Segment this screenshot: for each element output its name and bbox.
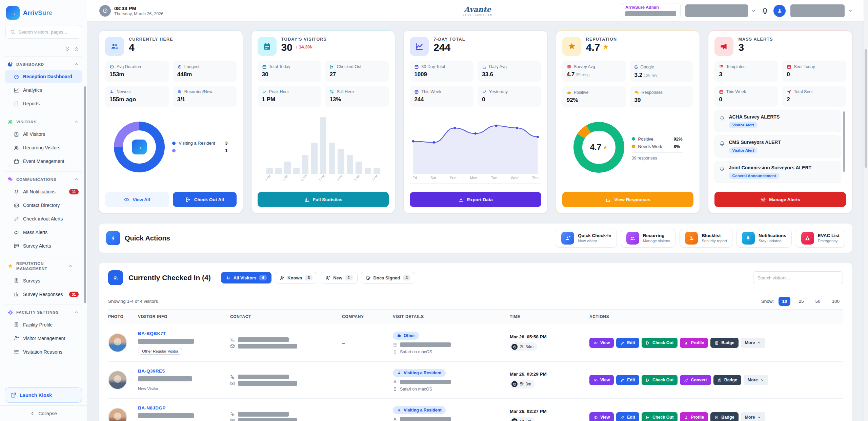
admin-badge[interactable]: ArrivSure Admin xyxy=(621,3,681,18)
id-badge-icon xyxy=(718,378,722,382)
visitor-search-input[interactable] xyxy=(753,271,843,284)
sidebar-item-all-visitors[interactable]: All Visitors xyxy=(5,127,82,141)
sidebar-item-label: Visitor Management xyxy=(23,336,65,341)
launch-kiosk-button[interactable]: Launch Kiosk xyxy=(5,387,82,403)
alert-template-item[interactable]: Joint Commission Surveyors ALERT General… xyxy=(714,161,841,183)
alert-list-scrollbar[interactable] xyxy=(843,111,845,172)
card-title: MASS ALERTS xyxy=(738,37,773,42)
sidebar-scrollbar[interactable] xyxy=(84,86,86,303)
sidebar-item-all-notifications[interactable]: All Notifications 11 xyxy=(5,185,82,198)
sidebar-item-check-in-out-alerts[interactable]: Check-in/out Alerts xyxy=(5,212,82,226)
more-button[interactable]: More xyxy=(744,375,768,385)
tab-docs-signed[interactable]: Docs Signed4 xyxy=(361,272,415,283)
blocklist-button[interactable]: BlocklistSecurity report xyxy=(680,229,732,248)
sidebar-nav: DASHBOARD Reception Dashboard Analytics … xyxy=(0,42,87,385)
calendar-icon xyxy=(258,37,277,56)
evac-list-button[interactable]: EVAC ListEmergency xyxy=(796,229,845,248)
nav-section-header-visitors[interactable]: VISITORS xyxy=(5,118,82,127)
check-out-button[interactable]: Check Out xyxy=(642,412,678,421)
sidebar-item-survey-alerts[interactable]: Survey Alerts xyxy=(5,239,82,253)
page-size-10[interactable]: 10 xyxy=(779,297,790,306)
sidebar-item-facility-profile[interactable]: Facility Profile xyxy=(5,318,82,332)
view-responses-button[interactable]: View Responses xyxy=(562,192,694,207)
alert-template-item[interactable]: CMS Surveyors ALERT Visitor Alert xyxy=(714,135,841,157)
card-value: 3 xyxy=(738,42,773,53)
visitor-id-link[interactable]: BA-N8JDGP xyxy=(138,405,230,411)
phone-icon xyxy=(230,412,235,417)
badge-button[interactable]: Badge xyxy=(710,338,738,348)
page-size-25[interactable]: 25 xyxy=(795,297,807,306)
visitor-photo[interactable] xyxy=(108,371,127,390)
visit-reason-badge: Other xyxy=(393,332,419,340)
convert-button[interactable]: Convert xyxy=(680,375,711,385)
quick-check-in-button[interactable]: Quick Check-InNew visitor xyxy=(556,229,617,248)
list-icon xyxy=(719,64,724,69)
visitor-id-link[interactable]: BA-BQBK7T xyxy=(138,331,230,336)
showing-count: Showing 1-4 of 4 visitors xyxy=(108,299,158,304)
page-size-100[interactable]: 100 xyxy=(828,297,843,306)
bell-icon[interactable] xyxy=(761,7,769,15)
people-icon xyxy=(177,89,182,94)
visitor-photo[interactable] xyxy=(108,333,127,352)
nav-section-header-communications[interactable]: COMMUNICATIONS xyxy=(5,176,82,185)
recurring-button[interactable]: RecurringManage visitors xyxy=(621,229,676,248)
expand-all-icon[interactable] xyxy=(74,46,79,52)
facility-selector[interactable] xyxy=(685,4,756,17)
collapse-all-icon[interactable] xyxy=(64,46,70,52)
badge-button[interactable]: Badge xyxy=(710,412,738,421)
edit-button[interactable]: Edit xyxy=(616,375,639,385)
edit-button[interactable]: Edit xyxy=(616,412,639,421)
page-size-50[interactable]: 50 xyxy=(812,297,824,306)
window-scrollbar[interactable] xyxy=(864,0,868,421)
table-header: PHOTOVISITOR INFOCONTACTCOMPANYVISIT DET… xyxy=(108,309,843,324)
sidebar-item-reports[interactable]: Reports xyxy=(5,97,82,110)
check-out-all-button[interactable]: Check Out All xyxy=(173,192,237,207)
more-button[interactable]: More xyxy=(741,412,766,421)
user-menu[interactable] xyxy=(790,4,853,17)
sidebar-search-input[interactable] xyxy=(18,29,78,35)
tab-known[interactable]: Known3 xyxy=(275,272,317,283)
sidebar-item-reception-dashboard[interactable]: Reception Dashboard xyxy=(5,70,82,83)
badge-button[interactable]: Badge xyxy=(713,375,741,385)
profile-button[interactable]: Profile xyxy=(680,338,708,348)
scrollbar-thumb[interactable] xyxy=(865,49,867,168)
view-button[interactable]: View xyxy=(589,412,614,421)
nav-section-header-facility[interactable]: FACILITY SETTINGS xyxy=(5,309,82,318)
edit-icon xyxy=(620,341,625,345)
manage-alerts-button[interactable]: Manage Alerts xyxy=(714,192,846,207)
card-mass-alerts: MASS ALERTS 3 Templates 3 Sent Today 0 T… xyxy=(708,30,852,213)
stat-longest: Longest 448m xyxy=(173,61,237,82)
sidebar-item-mass-alerts[interactable]: Mass Alerts xyxy=(5,226,82,239)
tab-all-visitors[interactable]: All Visitors4 xyxy=(221,272,271,283)
view-button[interactable]: View xyxy=(589,375,614,385)
redacted-email xyxy=(238,381,297,386)
user-avatar[interactable] xyxy=(773,5,786,17)
visitor-photo[interactable] xyxy=(108,408,127,421)
view-button[interactable]: View xyxy=(589,338,614,348)
nav-section-header-reputation[interactable]: REPUTATION MANAGEMENT xyxy=(5,260,76,274)
nav-section-header-dashboard[interactable]: DASHBOARD xyxy=(5,61,82,70)
export-data-button[interactable]: Export Data xyxy=(410,192,541,207)
notifications-button[interactable]: NotificationsStay updated xyxy=(736,229,792,248)
nav-section-label: REPUTATION MANAGEMENT xyxy=(16,261,61,271)
profile-button[interactable]: Profile xyxy=(680,412,708,421)
view-all-button[interactable]: View All xyxy=(105,192,169,207)
tab-new[interactable]: New1 xyxy=(321,272,357,283)
alert-template-item[interactable]: ACHA Survey ALERTS Visitor Alert xyxy=(714,110,841,132)
sidebar-item-analytics[interactable]: Analytics xyxy=(5,83,82,97)
sidebar-item-contact-directory[interactable]: Contact Directory xyxy=(5,198,82,212)
check-out-button[interactable]: Check Out xyxy=(642,375,678,385)
sidebar-item-recurring-visitors[interactable]: Recurring Visitors xyxy=(5,141,82,154)
check-out-button[interactable]: Check Out xyxy=(642,338,678,348)
sidebar-collapse-button[interactable]: Collapse xyxy=(0,405,87,421)
sidebar-item-survey-responses[interactable]: Survey Responses 31 xyxy=(5,288,82,301)
more-button[interactable]: More xyxy=(741,338,766,348)
sidebar-search[interactable] xyxy=(5,25,81,39)
sidebar-item-event-management[interactable]: Event Management xyxy=(5,154,82,168)
full-statistics-button[interactable]: Full Statistics xyxy=(258,192,389,207)
sidebar-item-visitation-reasons[interactable]: Visitation Reasons xyxy=(5,345,82,359)
sidebar-item-visitor-management[interactable]: Visitor Management xyxy=(5,332,82,345)
visitor-id-link[interactable]: BA-Q39RE5 xyxy=(138,369,230,374)
edit-button[interactable]: Edit xyxy=(616,338,639,348)
sidebar-item-surveys[interactable]: Surveys xyxy=(5,274,82,288)
